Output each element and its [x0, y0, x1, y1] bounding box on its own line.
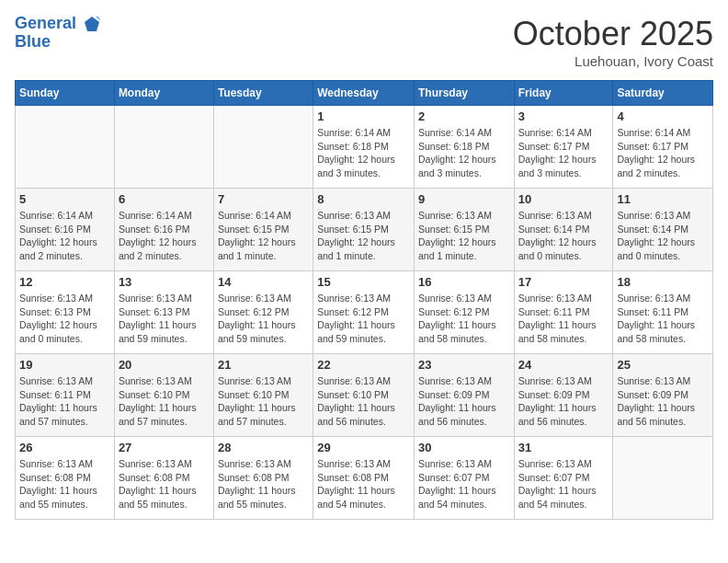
day-number: 30 — [418, 441, 510, 454]
day-number: 31 — [518, 441, 609, 454]
calendar-cell: 9Sunrise: 6:13 AM Sunset: 6:15 PM Daylig… — [414, 189, 514, 271]
calendar-cell: 23Sunrise: 6:13 AM Sunset: 6:09 PM Dayli… — [414, 354, 514, 437]
day-info: Sunrise: 6:13 AM Sunset: 6:10 PM Dayligh… — [119, 374, 210, 429]
calendar-cell: 7Sunrise: 6:14 AM Sunset: 6:15 PM Daylig… — [213, 189, 313, 271]
day-number: 15 — [317, 275, 410, 289]
calendar-cell: 13Sunrise: 6:13 AM Sunset: 6:13 PM Dayli… — [114, 271, 213, 354]
logo-text: General Blue — [15, 15, 101, 52]
day-number: 8 — [317, 192, 410, 206]
location: Luehouan, Ivory Coast — [513, 53, 713, 69]
calendar-cell: 25Sunrise: 6:13 AM Sunset: 6:09 PM Dayli… — [613, 354, 713, 437]
day-number: 24 — [518, 358, 609, 372]
calendar-cell: 6Sunrise: 6:14 AM Sunset: 6:16 PM Daylig… — [114, 189, 213, 271]
day-number: 27 — [119, 441, 210, 454]
day-number: 22 — [317, 358, 410, 372]
day-info: Sunrise: 6:14 AM Sunset: 6:17 PM Dayligh… — [617, 126, 709, 180]
day-number: 1 — [317, 109, 410, 123]
calendar-cell: 17Sunrise: 6:13 AM Sunset: 6:11 PM Dayli… — [514, 271, 613, 354]
calendar-cell: 22Sunrise: 6:13 AM Sunset: 6:10 PM Dayli… — [313, 354, 415, 437]
calendar-cell: 24Sunrise: 6:13 AM Sunset: 6:09 PM Dayli… — [514, 354, 613, 437]
day-info: Sunrise: 6:13 AM Sunset: 6:08 PM Dayligh… — [19, 457, 110, 511]
day-number: 21 — [218, 358, 309, 372]
day-number: 26 — [19, 441, 110, 454]
calendar-cell: 10Sunrise: 6:13 AM Sunset: 6:14 PM Dayli… — [514, 189, 613, 271]
calendar-cell: 27Sunrise: 6:13 AM Sunset: 6:08 PM Dayli… — [114, 437, 213, 520]
weekday-header-thursday: Thursday — [414, 81, 514, 106]
calendar-cell: 2Sunrise: 6:14 AM Sunset: 6:18 PM Daylig… — [414, 106, 514, 189]
calendar-cell: 12Sunrise: 6:13 AM Sunset: 6:13 PM Dayli… — [16, 271, 115, 354]
day-info: Sunrise: 6:13 AM Sunset: 6:07 PM Dayligh… — [418, 457, 510, 511]
day-number: 13 — [119, 275, 210, 289]
calendar-cell: 26Sunrise: 6:13 AM Sunset: 6:08 PM Dayli… — [16, 437, 115, 520]
day-number: 17 — [518, 275, 609, 289]
day-info: Sunrise: 6:13 AM Sunset: 6:15 PM Dayligh… — [418, 209, 510, 263]
day-info: Sunrise: 6:14 AM Sunset: 6:18 PM Dayligh… — [418, 126, 510, 180]
day-info: Sunrise: 6:13 AM Sunset: 6:11 PM Dayligh… — [617, 292, 709, 346]
svg-marker-0 — [85, 17, 99, 31]
weekday-header-friday: Friday — [514, 81, 613, 106]
weekday-header-saturday: Saturday — [613, 81, 713, 106]
day-info: Sunrise: 6:13 AM Sunset: 6:09 PM Dayligh… — [518, 374, 609, 429]
page-header: General Blue October 2025 Luehouan, Ivor… — [15, 15, 713, 69]
calendar-cell: 30Sunrise: 6:13 AM Sunset: 6:07 PM Dayli… — [414, 437, 514, 520]
calendar-cell: 15Sunrise: 6:13 AM Sunset: 6:12 PM Dayli… — [313, 271, 415, 354]
day-number: 9 — [418, 192, 510, 206]
logo: General Blue — [15, 15, 101, 52]
day-info: Sunrise: 6:13 AM Sunset: 6:14 PM Dayligh… — [518, 209, 609, 263]
day-info: Sunrise: 6:13 AM Sunset: 6:08 PM Dayligh… — [317, 457, 410, 511]
day-number: 20 — [119, 358, 210, 372]
weekday-header-monday: Monday — [114, 81, 213, 106]
day-info: Sunrise: 6:14 AM Sunset: 6:16 PM Dayligh… — [119, 209, 210, 263]
day-number: 18 — [617, 275, 709, 289]
calendar-cell: 28Sunrise: 6:13 AM Sunset: 6:08 PM Dayli… — [213, 437, 313, 520]
calendar-cell: 31Sunrise: 6:13 AM Sunset: 6:07 PM Dayli… — [514, 437, 613, 520]
weekday-header-wednesday: Wednesday — [313, 81, 415, 106]
day-info: Sunrise: 6:13 AM Sunset: 6:12 PM Dayligh… — [418, 292, 510, 346]
day-info: Sunrise: 6:13 AM Sunset: 6:11 PM Dayligh… — [518, 292, 609, 346]
day-info: Sunrise: 6:13 AM Sunset: 6:13 PM Dayligh… — [19, 292, 110, 346]
calendar-cell: 18Sunrise: 6:13 AM Sunset: 6:11 PM Dayli… — [613, 271, 713, 354]
weekday-header-sunday: Sunday — [16, 81, 115, 106]
calendar-cell: 21Sunrise: 6:13 AM Sunset: 6:10 PM Dayli… — [213, 354, 313, 437]
day-number: 10 — [518, 192, 609, 206]
calendar-cell: 5Sunrise: 6:14 AM Sunset: 6:16 PM Daylig… — [16, 189, 115, 271]
weekday-header-tuesday: Tuesday — [213, 81, 313, 106]
day-number: 12 — [19, 275, 110, 289]
day-number: 29 — [317, 441, 410, 454]
calendar-cell: 16Sunrise: 6:13 AM Sunset: 6:12 PM Dayli… — [414, 271, 514, 354]
day-number: 11 — [617, 192, 709, 206]
day-info: Sunrise: 6:13 AM Sunset: 6:13 PM Dayligh… — [119, 292, 210, 346]
day-info: Sunrise: 6:13 AM Sunset: 6:14 PM Dayligh… — [617, 209, 709, 263]
day-info: Sunrise: 6:14 AM Sunset: 6:15 PM Dayligh… — [218, 209, 309, 263]
calendar-cell: 14Sunrise: 6:13 AM Sunset: 6:12 PM Dayli… — [213, 271, 313, 354]
calendar-cell: 3Sunrise: 6:14 AM Sunset: 6:17 PM Daylig… — [514, 106, 613, 189]
day-number: 16 — [418, 275, 510, 289]
day-info: Sunrise: 6:14 AM Sunset: 6:18 PM Dayligh… — [317, 126, 410, 180]
day-number: 23 — [418, 358, 510, 372]
day-number: 4 — [617, 109, 709, 123]
title-block: October 2025 Luehouan, Ivory Coast — [513, 15, 713, 69]
day-info: Sunrise: 6:13 AM Sunset: 6:07 PM Dayligh… — [518, 457, 609, 511]
day-info: Sunrise: 6:13 AM Sunset: 6:12 PM Dayligh… — [218, 292, 309, 346]
calendar-cell: 19Sunrise: 6:13 AM Sunset: 6:11 PM Dayli… — [16, 354, 115, 437]
day-info: Sunrise: 6:13 AM Sunset: 6:12 PM Dayligh… — [317, 292, 410, 346]
calendar-cell: 8Sunrise: 6:13 AM Sunset: 6:15 PM Daylig… — [313, 189, 415, 271]
month-title: October 2025 — [513, 15, 713, 53]
day-info: Sunrise: 6:14 AM Sunset: 6:16 PM Dayligh… — [19, 209, 110, 263]
calendar-cell: 4Sunrise: 6:14 AM Sunset: 6:17 PM Daylig… — [613, 106, 713, 189]
day-info: Sunrise: 6:13 AM Sunset: 6:08 PM Dayligh… — [218, 457, 309, 511]
day-number: 6 — [119, 192, 210, 206]
calendar-cell: 1Sunrise: 6:14 AM Sunset: 6:18 PM Daylig… — [313, 106, 415, 189]
calendar-cell: 11Sunrise: 6:13 AM Sunset: 6:14 PM Dayli… — [613, 189, 713, 271]
day-number: 14 — [218, 275, 309, 289]
day-number: 2 — [418, 109, 510, 123]
day-info: Sunrise: 6:13 AM Sunset: 6:15 PM Dayligh… — [317, 209, 410, 263]
day-number: 28 — [218, 441, 309, 454]
calendar-table: SundayMondayTuesdayWednesdayThursdayFrid… — [15, 80, 713, 520]
calendar-cell: 29Sunrise: 6:13 AM Sunset: 6:08 PM Dayli… — [313, 437, 415, 520]
calendar-cell: 20Sunrise: 6:13 AM Sunset: 6:10 PM Dayli… — [114, 354, 213, 437]
day-number: 5 — [19, 192, 110, 206]
day-number: 25 — [617, 358, 709, 372]
day-number: 3 — [518, 109, 609, 123]
calendar-cell — [114, 106, 213, 189]
